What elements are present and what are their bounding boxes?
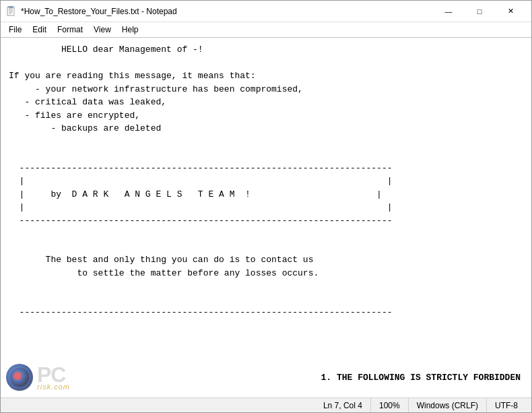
menu-edit[interactable]: Edit	[27, 24, 52, 36]
title-bar: *How_To_Restore_Your_Files.txt - Notepad…	[1, 1, 531, 22]
encoding: UTF-8	[486, 398, 526, 413]
line-ending: Windows (CRLF)	[408, 398, 486, 413]
minimize-button[interactable]: —	[433, 1, 464, 22]
svg-rect-1	[9, 6, 13, 8]
title-bar-controls: — □ ✕	[433, 1, 526, 22]
cursor-position: Ln 7, Col 4	[315, 398, 370, 413]
menu-bar: File Edit Format View Help	[1, 22, 531, 37]
notepad-window: *How_To_Restore_Your_Files.txt - Notepad…	[0, 0, 532, 413]
close-button[interactable]: ✕	[495, 1, 526, 22]
menu-view[interactable]: View	[88, 24, 117, 36]
status-bar-right: Ln 7, Col 4 100% Windows (CRLF) UTF-8	[315, 398, 526, 413]
title-bar-left: *How_To_Restore_Your_Files.txt - Notepad	[6, 6, 177, 17]
menu-help[interactable]: Help	[117, 24, 144, 36]
zoom-level: 100%	[370, 398, 408, 413]
status-bar: Ln 7, Col 4 100% Windows (CRLF) UTF-8	[1, 398, 531, 412]
window-title: *How_To_Restore_Your_Files.txt - Notepad	[21, 7, 177, 16]
editor-container: HELLO dear Management of -! If you are r…	[1, 38, 531, 398]
menu-format[interactable]: Format	[52, 24, 88, 36]
editor-textarea[interactable]: HELLO dear Management of -! If you are r…	[1, 38, 531, 398]
menu-file[interactable]: File	[3, 24, 27, 36]
maximize-button[interactable]: □	[464, 1, 495, 22]
notepad-icon	[6, 6, 17, 17]
